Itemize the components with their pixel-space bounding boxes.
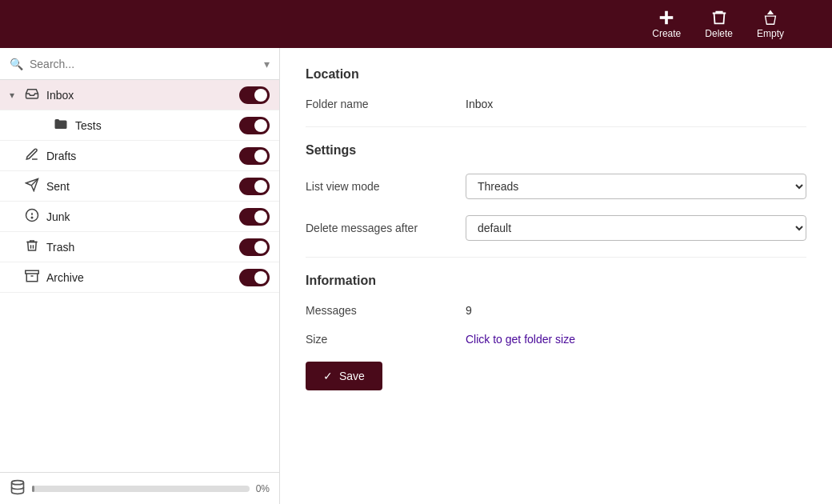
divider-1 xyxy=(306,126,806,127)
search-icon: 🔍 xyxy=(10,58,23,70)
inbox-icon xyxy=(24,86,40,104)
main-content: 🔍 ▾ ▾ Inbox xyxy=(0,48,832,504)
sidebar-item-tests[interactable]: ▾ Tests xyxy=(0,110,279,141)
information-section-title: Information xyxy=(306,274,806,288)
messages-value: 9 xyxy=(466,304,472,317)
checkmark-icon: ✓ xyxy=(323,370,333,382)
messages-label: Messages xyxy=(306,304,466,317)
storage-icon xyxy=(10,479,26,498)
size-row: Size Click to get folder size xyxy=(306,333,806,346)
folder-name-row: Folder name Inbox xyxy=(306,98,806,110)
sidebar-item-drafts[interactable]: ▾ Drafts xyxy=(0,141,279,171)
trash-toggle[interactable] xyxy=(239,238,270,256)
delete-messages-select[interactable]: default 1 month 3 months 6 months 1 year… xyxy=(466,215,806,241)
sent-icon xyxy=(24,178,40,195)
save-button[interactable]: ✓ Save xyxy=(306,362,382,390)
folder-name-value: Inbox xyxy=(466,98,493,110)
delete-messages-label: Delete messages after xyxy=(306,222,466,234)
inbox-toggle[interactable] xyxy=(239,86,270,104)
svg-rect-1 xyxy=(660,16,674,19)
svg-point-5 xyxy=(31,217,33,218)
settings-section-title: Settings xyxy=(306,143,806,158)
sidebar-item-inbox[interactable]: ▾ Inbox xyxy=(0,80,279,110)
empty-label: Empty xyxy=(757,28,784,39)
folder-list: ▾ Inbox ▾ xyxy=(0,80,279,472)
create-label: Create xyxy=(652,28,681,39)
search-bar: 🔍 ▾ xyxy=(0,48,279,80)
archive-toggle[interactable] xyxy=(239,269,270,286)
delete-button[interactable]: Delete xyxy=(705,9,733,39)
storage-label: 0% xyxy=(256,483,270,494)
sidebar-item-sent[interactable]: ▾ Sent xyxy=(0,171,279,202)
sidebar-item-label-trash: Trash xyxy=(46,241,239,254)
sidebar-item-archive[interactable]: ▾ Archive xyxy=(0,262,279,293)
location-section-title: Location xyxy=(306,67,806,82)
sidebar-item-label-sent: Sent xyxy=(46,180,239,193)
junk-icon xyxy=(24,208,40,226)
size-link[interactable]: Click to get folder size xyxy=(466,333,575,346)
create-button[interactable]: Create xyxy=(652,9,681,39)
sidebar-item-label-inbox: Inbox xyxy=(46,89,239,102)
size-label: Size xyxy=(306,333,466,346)
archive-icon xyxy=(24,269,40,286)
delete-messages-row: Delete messages after default 1 month 3 … xyxy=(306,215,806,241)
sidebar-item-label-archive: Archive xyxy=(46,271,239,284)
tests-toggle[interactable] xyxy=(239,117,270,134)
trash-icon xyxy=(24,238,40,256)
sent-toggle[interactable] xyxy=(239,178,270,195)
junk-toggle[interactable] xyxy=(239,208,270,226)
sidebar-item-label-junk: Junk xyxy=(46,210,239,223)
svg-rect-6 xyxy=(26,270,39,274)
messages-row: Messages 9 xyxy=(306,304,806,317)
sidebar-item-junk[interactable]: ▾ Junk xyxy=(0,202,279,232)
drafts-icon xyxy=(24,147,40,165)
drafts-toggle[interactable] xyxy=(239,147,270,165)
delete-icon xyxy=(710,9,728,26)
storage-fill xyxy=(32,486,34,492)
sidebar: 🔍 ▾ ▾ Inbox xyxy=(0,48,280,504)
chevron-icon: ▾ xyxy=(10,90,21,101)
save-label: Save xyxy=(339,370,365,382)
folder-name-label: Folder name xyxy=(306,98,466,110)
sidebar-item-trash[interactable]: ▾ Trash xyxy=(0,232,279,262)
search-dropdown-icon[interactable]: ▾ xyxy=(264,58,270,70)
create-icon xyxy=(658,9,675,26)
sidebar-item-label-drafts: Drafts xyxy=(46,150,239,162)
divider-2 xyxy=(306,257,806,258)
list-view-mode-select[interactable]: Threads Messages xyxy=(466,174,806,199)
empty-button[interactable]: Empty xyxy=(757,9,784,39)
delete-label: Delete xyxy=(705,28,733,39)
empty-icon xyxy=(762,9,779,26)
toolbar: Create Delete Empty xyxy=(0,0,832,48)
folder-icon xyxy=(53,117,69,134)
svg-point-8 xyxy=(12,480,24,484)
settings-panel: Location Folder name Inbox Settings List… xyxy=(280,48,832,504)
list-view-mode-label: List view mode xyxy=(306,180,466,193)
storage-track xyxy=(32,486,250,492)
sidebar-item-label-tests: Tests xyxy=(75,119,239,132)
search-input[interactable] xyxy=(30,58,264,70)
storage-bar: 0% xyxy=(0,472,279,504)
list-view-mode-row: List view mode Threads Messages xyxy=(306,174,806,199)
